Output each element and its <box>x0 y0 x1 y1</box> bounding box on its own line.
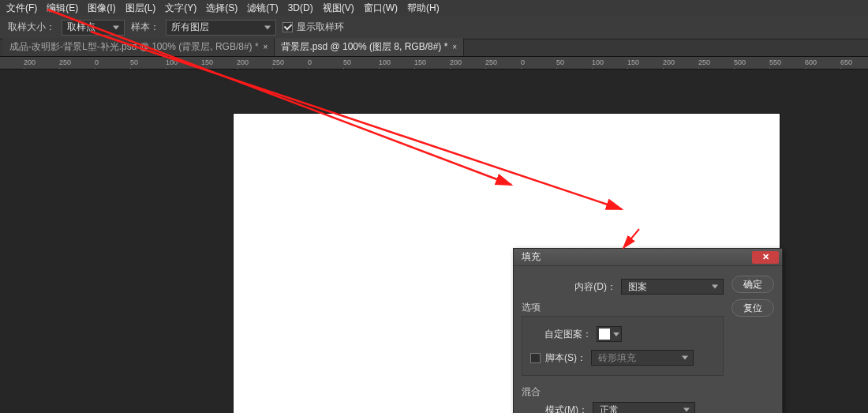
menu-window[interactable]: 窗口(W) <box>359 0 402 17</box>
workspace: 填充 ✕ 内容(D)： 图案 选项 自定图案： <box>0 69 868 413</box>
show-sampling-ring-checkbox[interactable]: 显示取样环 <box>282 21 344 34</box>
sample-size-select[interactable]: 取样点 <box>62 20 125 36</box>
options-group: 自定图案： 脚本(S)： 砖形填充 <box>522 316 724 376</box>
custom-pattern-picker[interactable] <box>597 326 622 342</box>
ruler-tick: 50 <box>556 58 564 66</box>
ruler-tick: 150 <box>627 58 639 66</box>
ruler-tick: 0 <box>308 58 312 66</box>
custom-pattern-label: 自定图案： <box>544 328 592 341</box>
ruler-horizontal: 200 250 0 50 100 150 200 250 0 50 100 15… <box>0 57 868 69</box>
sample-size-label: 取样大小： <box>8 21 55 34</box>
ruler-tick: 150 <box>414 58 426 66</box>
doc-tab-1[interactable]: 成品-改明影-背景L型-补光.psd @ 100% (背景层, RGB/8#) … <box>3 38 275 56</box>
main-menubar: 文件(F) 编辑(E) 图像(I) 图层(L) 文字(Y) 选择(S) 滤镜(T… <box>0 0 868 16</box>
dialog-close-button[interactable]: ✕ <box>752 251 779 264</box>
ruler-tick: 200 <box>663 58 675 66</box>
mode-label: 模式(M)： <box>545 404 588 414</box>
ruler-tick: 550 <box>769 58 781 66</box>
doc-tab-2[interactable]: 背景层.psd @ 100% (图层 8, RGB/8#) * × <box>275 38 464 56</box>
menu-3d[interactable]: 3D(D) <box>283 1 318 15</box>
doc-tab-2-label: 背景层.psd @ 100% (图层 8, RGB/8#) * <box>281 40 447 54</box>
options-bar: 取样大小： 取样点 样本： 所有图层 显示取样环 <box>0 16 868 39</box>
doc-tab-1-label: 成品-改明影-背景L型-补光.psd @ 100% (背景层, RGB/8#) … <box>9 40 259 54</box>
script-label: 脚本(S)： <box>545 351 586 365</box>
options-section-label: 选项 <box>522 301 724 314</box>
close-icon[interactable]: × <box>452 43 457 51</box>
menu-type[interactable]: 文字(Y) <box>160 0 201 17</box>
menu-image[interactable]: 图像(I) <box>83 0 120 17</box>
ruler-tick: 100 <box>379 58 391 66</box>
blend-section-label: 混合 <box>522 385 724 399</box>
ruler-tick: 250 <box>272 58 284 66</box>
ruler-tick: 50 <box>130 58 138 66</box>
menu-select[interactable]: 选择(S) <box>201 0 242 17</box>
pattern-swatch-icon <box>599 329 610 340</box>
show-sampling-ring-label: 显示取样环 <box>297 21 344 34</box>
ruler-tick: 250 <box>485 58 497 66</box>
mode-select[interactable]: 正常 <box>593 402 695 413</box>
ruler-tick: 600 <box>805 58 817 66</box>
dialog-titlebar[interactable]: 填充 ✕ <box>514 249 782 266</box>
menu-edit[interactable]: 编辑(E) <box>42 0 83 17</box>
script-checkbox[interactable] <box>530 353 541 363</box>
ok-button[interactable]: 确定 <box>731 276 774 293</box>
ruler-tick: 200 <box>237 58 249 66</box>
document-tabs: 成品-改明影-背景L型-补光.psd @ 100% (背景层, RGB/8#) … <box>0 39 868 57</box>
menu-filter[interactable]: 滤镜(T) <box>242 0 282 17</box>
ruler-tick: 0 <box>95 58 99 66</box>
menu-file[interactable]: 文件(F) <box>2 0 42 17</box>
sample-layers-label: 样本： <box>131 21 159 34</box>
menu-layer[interactable]: 图层(L) <box>121 0 161 17</box>
chevron-down-icon <box>613 332 619 336</box>
sample-layers-select[interactable]: 所有图层 <box>166 20 276 36</box>
content-label: 内容(D)： <box>574 280 616 294</box>
ruler-tick: 100 <box>592 58 604 66</box>
menu-view[interactable]: 视图(V) <box>318 0 359 17</box>
reset-button[interactable]: 复位 <box>731 299 774 317</box>
ruler-tick: 200 <box>24 58 36 66</box>
ruler-tick: 250 <box>59 58 71 66</box>
script-select: 砖形填充 <box>591 350 694 366</box>
ruler-tick: 50 <box>343 58 351 66</box>
ruler-tick: 500 <box>734 58 746 66</box>
fill-dialog: 填充 ✕ 内容(D)： 图案 选项 自定图案： <box>513 248 783 413</box>
ruler-tick: 150 <box>201 58 213 66</box>
ruler-tick: 0 <box>521 58 525 66</box>
menu-help[interactable]: 帮助(H) <box>402 0 444 17</box>
ruler-tick: 100 <box>166 58 178 66</box>
close-icon[interactable]: × <box>264 43 268 51</box>
content-select[interactable]: 图案 <box>621 279 724 295</box>
checkbox-icon <box>282 22 293 32</box>
ruler-tick: 250 <box>698 58 710 66</box>
ruler-tick: 200 <box>450 58 462 66</box>
ruler-tick: 650 <box>840 58 852 66</box>
checkbox-icon <box>530 353 541 363</box>
dialog-title-label: 填充 <box>522 250 541 264</box>
